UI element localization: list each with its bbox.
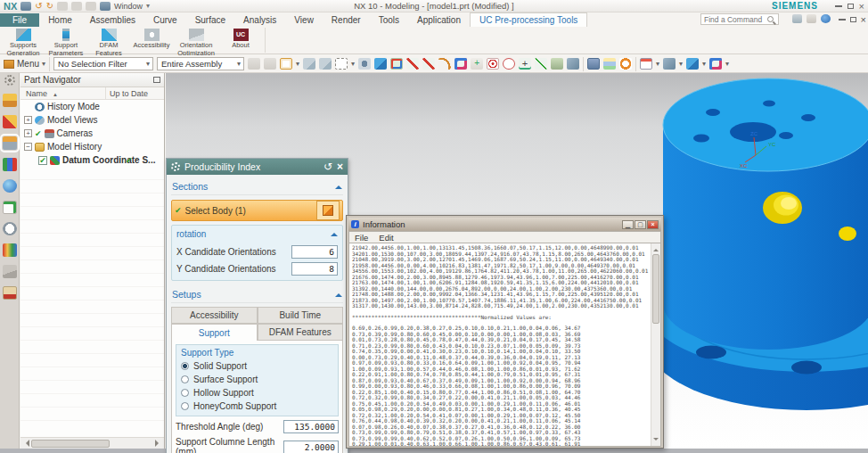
- minimize-ribbon-icon[interactable]: [807, 14, 816, 23]
- tree-row-datum-csys[interactable]: ✔ Datum Coordinate S... ✔: [20, 153, 164, 167]
- select-arrow-icon[interactable]: [303, 58, 315, 70]
- roles-icon[interactable]: [3, 286, 17, 300]
- touch-mode-icon[interactable]: [792, 14, 802, 23]
- dialog-titlebar[interactable]: Producibility Index ↺ ×: [167, 159, 348, 175]
- tree-row-model-views[interactable]: + Model Views: [20, 113, 164, 127]
- tab-accessibility[interactable]: Accessibility: [171, 307, 258, 324]
- touch-explore-icon[interactable]: [248, 58, 260, 70]
- select-handles-icon[interactable]: [264, 58, 276, 70]
- qat-dropdown-icon[interactable]: ▾: [146, 2, 150, 10]
- help-icon[interactable]: [821, 14, 831, 23]
- line-icon[interactable]: [406, 58, 419, 70]
- radio-icon[interactable]: [181, 389, 189, 397]
- spline-icon[interactable]: [438, 58, 451, 70]
- about-button[interactable]: UC About: [219, 28, 262, 50]
- grid-icon[interactable]: [640, 58, 652, 70]
- view-orient-dropdown-icon[interactable]: ▾: [702, 60, 706, 68]
- tab-home[interactable]: Home: [39, 13, 81, 27]
- window-cascade-icon[interactable]: [587, 58, 600, 70]
- menu-button[interactable]: Menu ▾: [4, 59, 45, 69]
- doc-close-button[interactable]: ×: [861, 14, 866, 25]
- minimize-button[interactable]: [835, 5, 842, 7]
- render-style-dropdown-icon[interactable]: ▾: [679, 60, 683, 68]
- selection-filter-dropdown-icon[interactable]: ▾: [143, 60, 152, 68]
- effects-dropdown-icon[interactable]: ▾: [725, 60, 729, 68]
- doc-restore-button[interactable]: [850, 17, 856, 22]
- paste-icon[interactable]: [86, 2, 96, 11]
- window-menu-button[interactable]: Window: [114, 2, 143, 11]
- radio-selected-icon[interactable]: [181, 362, 189, 370]
- snap-point-icon[interactable]: [280, 58, 292, 70]
- information-content[interactable]: 21942.00,4456.00,1.00,1.00,13131.45,1508…: [348, 243, 661, 447]
- tab-assemblies[interactable]: Assemblies: [81, 13, 144, 27]
- find-command-box[interactable]: [700, 13, 779, 25]
- tab-surface[interactable]: Surface: [186, 13, 234, 27]
- point-set-icon[interactable]: [454, 58, 467, 70]
- setups-header[interactable]: Setups: [171, 285, 343, 303]
- information-vscrollbar[interactable]: [651, 243, 660, 446]
- body-rule-icon[interactable]: [567, 58, 579, 70]
- view-orient-icon[interactable]: [686, 58, 699, 70]
- render-style-icon[interactable]: [663, 58, 676, 70]
- info-minimize-button[interactable]: ▁: [622, 220, 634, 229]
- lasso-icon[interactable]: [319, 58, 332, 70]
- dialog-reset-icon[interactable]: ↺: [323, 161, 332, 172]
- copy-icon[interactable]: [71, 2, 82, 11]
- selection-scope-dropdown-icon[interactable]: ▾: [234, 60, 243, 68]
- supports-generation-button[interactable]: Supports Generation: [2, 28, 45, 57]
- tab-tools[interactable]: Tools: [370, 13, 408, 27]
- face-rule-icon[interactable]: [551, 58, 563, 70]
- column-up-to-date[interactable]: Up to Date: [105, 87, 148, 99]
- tab-build-time[interactable]: Build Time: [258, 307, 344, 324]
- slash-line-icon[interactable]: [535, 58, 547, 70]
- support-column-length-input[interactable]: [283, 441, 339, 453]
- selection-scope-combo[interactable]: Entire Assembly ▾: [157, 57, 244, 70]
- redo-icon[interactable]: ↻: [46, 2, 53, 11]
- snap-point-dropdown-icon[interactable]: ▾: [296, 60, 299, 68]
- tab-view[interactable]: View: [285, 13, 323, 27]
- constraint-navigator-icon[interactable]: [3, 115, 17, 128]
- assembly-navigator-icon[interactable]: [3, 94, 17, 107]
- expand-icon[interactable]: +: [24, 116, 32, 124]
- rectangle-select-icon[interactable]: [335, 58, 348, 70]
- web-browser-icon[interactable]: [3, 179, 17, 193]
- infer-line-icon[interactable]: [422, 58, 435, 70]
- arc-center-icon[interactable]: [487, 58, 499, 70]
- x-orientations-input[interactable]: [291, 245, 338, 259]
- undock-icon[interactable]: [153, 77, 160, 83]
- cut-icon[interactable]: [57, 2, 68, 11]
- find-command-input[interactable]: [701, 15, 767, 24]
- scroll-down-icon[interactable]: [653, 438, 659, 443]
- y-orientations-input[interactable]: [291, 262, 338, 276]
- tab-uc-preprocessing-tools[interactable]: UC Pre-processing Tools: [470, 12, 587, 27]
- save-icon[interactable]: [20, 2, 31, 11]
- tab-dfam-features[interactable]: DFAM Features: [258, 324, 344, 341]
- datum-axis-icon[interactable]: +: [471, 58, 483, 70]
- collapse-icon[interactable]: −: [24, 143, 32, 151]
- part-navigator-hscrollbar[interactable]: [20, 437, 164, 449]
- system-materials-icon[interactable]: [3, 243, 17, 257]
- vscroll-thumb[interactable]: [652, 254, 659, 324]
- radio-solid-support[interactable]: Solid Support: [181, 361, 333, 371]
- hscroll-thumb[interactable]: [31, 440, 110, 448]
- rotation-header[interactable]: rotation: [176, 227, 338, 242]
- history-icon[interactable]: [3, 201, 17, 214]
- orientation-optimization-button[interactable]: Orientation Optimization: [173, 28, 219, 57]
- radio-honeycomb-support[interactable]: HoneyComb Support: [181, 401, 333, 411]
- show-hide-icon[interactable]: [358, 58, 371, 70]
- reuse-library-icon[interactable]: [3, 158, 17, 171]
- support-parameters-button[interactable]: Support Parameters: [45, 28, 87, 57]
- tab-file[interactable]: File: [0, 13, 39, 27]
- tab-render[interactable]: Render: [323, 13, 370, 27]
- grid-dropdown-icon[interactable]: ▾: [656, 60, 659, 68]
- layer-settings-icon[interactable]: [603, 58, 616, 70]
- point-constructor-icon[interactable]: [390, 58, 403, 70]
- shaded-view-icon[interactable]: [374, 58, 387, 70]
- tree-row-model-history[interactable]: − Model History: [20, 140, 164, 153]
- radio-surface-support[interactable]: Surface Support: [181, 375, 333, 384]
- select-mode-dropdown-icon[interactable]: ▾: [351, 60, 355, 68]
- window-icon[interactable]: [100, 2, 111, 11]
- checkbox-checked-icon[interactable]: ✔: [38, 156, 47, 165]
- radio-icon[interactable]: [181, 375, 189, 383]
- dialog-close-icon[interactable]: ×: [337, 161, 343, 173]
